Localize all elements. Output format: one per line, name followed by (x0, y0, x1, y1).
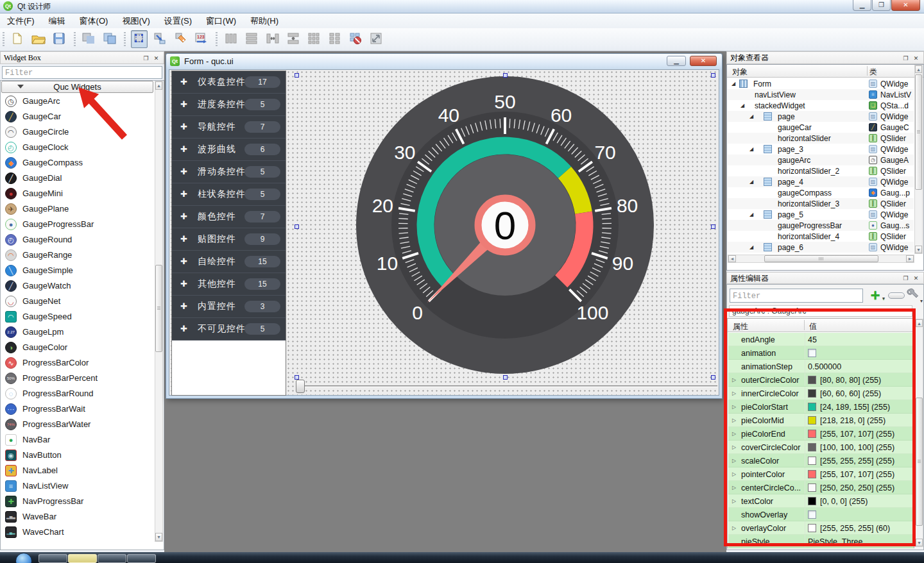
widget-item-NavLabel[interactable]: ✚NavLabel (1, 463, 153, 478)
horizontal-slider-handle[interactable] (296, 380, 305, 393)
menu-设置(S)[interactable]: 设置(S) (157, 13, 199, 28)
tree-row-page_6[interactable]: ◢page_6▨QWidge (728, 242, 914, 253)
minimize-button[interactable]: ▁ (853, 0, 871, 11)
widget-item-ProgressBarColor[interactable]: ∿ProgressBarColor (1, 355, 153, 371)
open-form-button[interactable] (30, 30, 47, 48)
taskbar-button-1[interactable] (38, 554, 67, 563)
selection-handle[interactable] (295, 224, 299, 229)
taskbar-button-3[interactable] (98, 554, 126, 563)
nav-item-内置控件[interactable]: ✚内置控件3 (172, 296, 286, 318)
selection-handle[interactable] (503, 375, 508, 380)
column-class[interactable]: 类 (869, 67, 877, 78)
tree-row-gaugeCompass[interactable]: gaugeCompass◆Gaug...p (728, 187, 914, 198)
selection-handle[interactable] (711, 73, 715, 78)
form-minimize-button[interactable]: ▁ (667, 56, 686, 66)
widget-item-GaugeSimple[interactable]: ╲GaugeSimple (1, 263, 153, 278)
float-panel-icon[interactable]: ❐ (141, 54, 151, 63)
widget-item-GaugeNet[interactable]: ◡GaugeNet (1, 294, 153, 309)
expander-icon[interactable]: ◢ (740, 103, 746, 108)
nav-item-进度条控件[interactable]: ✚进度条控件5 (172, 94, 286, 116)
widget-item-WaveBar[interactable]: ▂▅▃WaveBar (1, 509, 153, 525)
gauge-arc-widget[interactable]: 01020304050607080901000 (350, 70, 664, 384)
float-panel-icon[interactable]: ❐ (901, 54, 911, 63)
close-panel-icon[interactable]: ✕ (911, 54, 921, 63)
horizontal-slider-groove[interactable] (300, 385, 717, 387)
widget-item-GaugeCompass[interactable]: ◆GaugeCompass (1, 155, 153, 171)
tree-row-Form[interactable]: ◢Form▨QWidge (728, 78, 914, 89)
tree-row-gaugeProgressBar[interactable]: gaugeProgressBar●Gaug...s (728, 220, 914, 231)
taskbar-button-4[interactable] (127, 554, 156, 563)
expander-icon[interactable]: ◢ (749, 146, 755, 152)
close-panel-icon[interactable]: ✕ (911, 274, 921, 283)
tree-row-page[interactable]: ◢page▨QWidge (728, 111, 914, 122)
tree-row-stackedWidget[interactable]: ◢stackedWidget❏QSta...d (728, 100, 914, 111)
expander-icon[interactable]: ◢ (749, 244, 755, 250)
tree-row-page_5[interactable]: ◢page_5▨QWidge (728, 209, 914, 220)
widget-box-filter-input[interactable] (2, 66, 162, 79)
widget-item-GaugeRound[interactable]: ◴GaugeRound (1, 232, 153, 248)
nav-item-贴图控件[interactable]: ✚贴图控件9 (172, 228, 286, 251)
expander-icon[interactable]: ◢ (732, 81, 737, 87)
widget-item-NavListView[interactable]: ≡NavListView (1, 478, 153, 494)
widget-item-GaugeRange[interactable]: ◠GaugeRange (1, 248, 153, 263)
nav-item-其他控件[interactable]: ✚其他控件15 (172, 273, 286, 296)
object-tree-hscrollbar[interactable]: ◄ ► (728, 255, 914, 263)
tree-row-navListView[interactable]: navListView≡NavListV (728, 89, 914, 100)
menu-帮助(H)[interactable]: 帮助(H) (243, 13, 286, 28)
close-button[interactable]: ✕ (891, 0, 920, 11)
layout-split-vertical-button[interactable] (285, 30, 302, 48)
layout-split-horizontal-button[interactable] (264, 30, 281, 48)
widget-item-GaugeWatch[interactable]: ╱GaugeWatch (1, 278, 153, 294)
edit-tab-order-button[interactable]: 123 (193, 30, 210, 48)
property-vscrollbar[interactable]: ▲ ▼ (915, 319, 923, 547)
edit-signals-button[interactable] (151, 30, 168, 48)
nav-item-柱状条控件[interactable]: ✚柱状条控件5 (172, 183, 286, 206)
expander-icon[interactable]: ◢ (749, 179, 755, 185)
nav-item-颜色控件[interactable]: ✚颜色控件7 (172, 206, 286, 228)
nav-item-波形曲线[interactable]: ✚波形曲线6 (172, 139, 286, 161)
widget-item-ProgressBarRound[interactable]: ◌ProgressBarRound (1, 386, 153, 401)
widget-item-ProgressBarWait[interactable]: ⋯ProgressBarWait (1, 401, 153, 417)
object-tree-column-header[interactable]: 对象 类 (727, 65, 923, 78)
nav-item-导航控件[interactable]: ✚导航控件7 (172, 116, 286, 139)
widget-item-NavBar[interactable]: ●NavBar (1, 432, 153, 448)
expander-icon[interactable]: ◢ (749, 113, 755, 119)
tree-row-horizontalSlider_4[interactable]: horizontalSlider_4┃QSlider (728, 231, 914, 242)
form-close-button[interactable]: ✕ (690, 56, 717, 66)
break-layout-button[interactable] (348, 30, 364, 48)
menu-视图(V)[interactable]: 视图(V) (115, 13, 157, 28)
widget-item-GaugeColor[interactable]: ◑GaugeColor (1, 340, 153, 355)
tree-row-gaugeCar[interactable]: gaugeCar╱GaugeC (728, 122, 914, 133)
tree-row-horizontalSlider[interactable]: horizontalSlider┃QSlider (728, 133, 914, 144)
widget-item-WaveChart[interactable]: ▁▄▂WaveChart (1, 525, 153, 540)
widget-item-GaugeProgressBar[interactable]: ●GaugeProgressBar (1, 217, 153, 232)
new-form-button[interactable] (9, 30, 26, 48)
tree-row-horizontalSlider_2[interactable]: horizontalSlider_2┃QSlider (728, 165, 914, 176)
nav-item-不可见控件[interactable]: ✚不可见控件5 (172, 318, 286, 340)
menu-编辑[interactable]: 编辑 (42, 13, 73, 28)
property-filter-input[interactable] (730, 289, 863, 303)
layout-vertical-button[interactable] (243, 30, 260, 48)
tree-row-page_3[interactable]: ◢page_3▨QWidge (728, 144, 914, 155)
widget-item-GaugeDial[interactable]: ╱GaugeDial (1, 171, 153, 186)
taskbar-button-2[interactable] (68, 554, 97, 563)
widget-item-NavButton[interactable]: ◉NavButton (1, 448, 153, 463)
widget-item-ProgressBarPercent[interactable]: 50%ProgressBarPercent (1, 371, 153, 386)
layout-grid-button[interactable] (306, 30, 323, 48)
widget-item-ProgressBarWater[interactable]: 74%ProgressBarWater (1, 417, 153, 432)
nav-item-滑动条控件[interactable]: ✚滑动条控件5 (172, 161, 286, 183)
expander-icon[interactable]: ◢ (749, 212, 755, 217)
tree-row-horizontalSlider_3[interactable]: horizontalSlider_3┃QSlider (728, 198, 914, 209)
widget-item-NavProgressBar[interactable]: ✚NavProgressBar (1, 494, 153, 509)
widget-item-GaugeSpeed[interactable]: ◠GaugeSpeed (1, 309, 153, 324)
edit-widgets-button[interactable] (131, 30, 148, 48)
form-title-bar[interactable]: Qt Form - quc.ui ▁ ✕ (166, 54, 722, 69)
selection-handle[interactable] (503, 73, 508, 78)
add-dynamic-property-button[interactable]: +▾ (866, 287, 884, 304)
nav-list-widget[interactable]: ✚仪表盘控件17✚进度条控件5✚导航控件7✚波形曲线6✚滑动条控件5✚柱状条控件… (171, 71, 286, 396)
selection-handle[interactable] (295, 73, 299, 78)
restore-button[interactable]: ❐ (872, 0, 891, 11)
object-tree-vscrollbar[interactable]: ▲ ▼ (914, 65, 923, 254)
tile-button[interactable] (101, 30, 118, 48)
start-orb[interactable] (15, 553, 32, 563)
